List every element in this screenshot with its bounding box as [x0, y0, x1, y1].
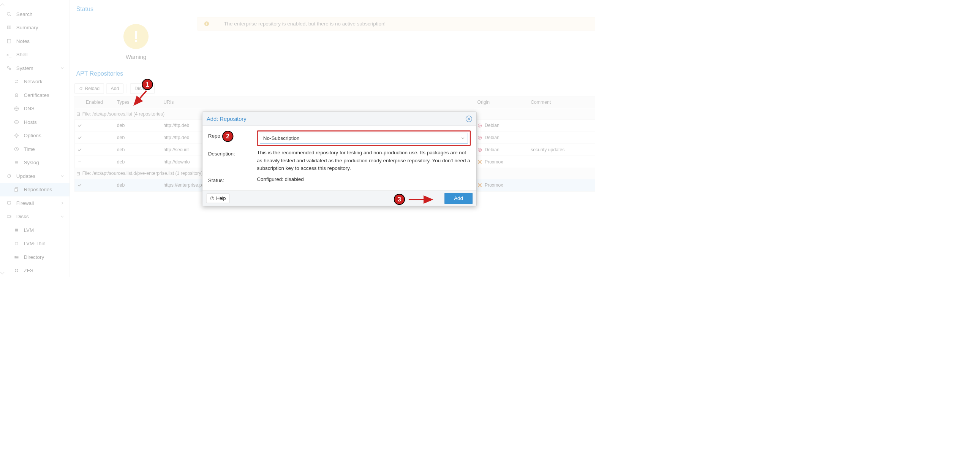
- chevron-icon: [61, 174, 64, 178]
- svg-rect-10: [15, 188, 18, 192]
- refresh-icon: [6, 173, 13, 179]
- sidebar-item-time[interactable]: Time: [0, 142, 70, 156]
- sidebar-item-repositories[interactable]: Repositories: [0, 183, 70, 196]
- refresh-icon: [79, 86, 83, 91]
- warning-banner: i The enterprise repository is enabled, …: [197, 17, 595, 30]
- col-comment[interactable]: Comment: [528, 100, 595, 105]
- chevron-icon: [61, 67, 64, 70]
- search-icon: [6, 11, 13, 17]
- square-icon: [13, 227, 20, 233]
- disk-icon: [6, 214, 13, 220]
- gears-icon: [6, 65, 13, 71]
- help-button[interactable]: ? Help: [206, 193, 230, 203]
- modal-add-button[interactable]: Add: [444, 193, 473, 204]
- svg-point-22: [479, 137, 480, 138]
- sidebar-item-syslog[interactable]: Syslog: [0, 156, 70, 169]
- sidebar-item-system[interactable]: System: [0, 62, 70, 75]
- sidebar-item-label: Disks: [16, 214, 29, 220]
- files-icon: [13, 187, 20, 193]
- sidebar-item-label: Firewall: [16, 200, 34, 206]
- sidebar-item-lvm[interactable]: LVM: [0, 223, 70, 237]
- modal-body: Repo No-Subscription Description: This i…: [202, 126, 476, 190]
- chevron-icon: [61, 201, 64, 205]
- sidebar-item-shell[interactable]: >_Shell: [0, 48, 70, 61]
- types-cell: deb: [114, 135, 160, 140]
- warning-panel: ! Warning: [75, 17, 197, 61]
- warning-banner-text: The enterprise repository is enabled, bu…: [224, 21, 385, 27]
- sidebar-item-updates[interactable]: Updates: [0, 169, 70, 183]
- svg-point-4: [16, 94, 18, 96]
- origin-cell: Debian: [474, 123, 528, 128]
- info-icon: i: [204, 21, 209, 26]
- status-heading: Status: [75, 0, 595, 17]
- book-icon: [6, 25, 13, 31]
- sidebar-item-summary[interactable]: Summary: [0, 21, 70, 34]
- status-value: Configured: disabled: [257, 175, 471, 183]
- list-icon: [13, 160, 20, 166]
- sidebar-item-label: Time: [24, 146, 35, 152]
- col-enabled[interactable]: Enabled: [75, 100, 114, 105]
- sidebar-item-label: Search: [16, 11, 33, 17]
- svg-point-23: [478, 148, 482, 151]
- svg-point-2: [7, 67, 9, 68]
- annotation-arrow-3: [406, 195, 437, 204]
- sidebar-item-hosts[interactable]: Hosts: [0, 116, 70, 129]
- sidebar-item-directory[interactable]: Directory: [0, 251, 70, 264]
- repository-select[interactable]: No-Subscription: [260, 132, 468, 143]
- sidebar-item-network[interactable]: Network: [0, 75, 70, 88]
- chevron-icon: [61, 215, 64, 218]
- svg-point-0: [7, 12, 10, 15]
- square-o-icon: [13, 241, 20, 247]
- sidebar-item-options[interactable]: Options: [0, 129, 70, 142]
- annotation-callout-2: 2: [222, 131, 233, 142]
- reload-button[interactable]: Reload: [75, 83, 104, 94]
- enabled-cell: [75, 160, 114, 164]
- sidebar-item-search[interactable]: Search: [0, 8, 70, 21]
- sidebar-collapse-up[interactable]: [0, 2, 70, 8]
- repository-selected-value: No-Subscription: [263, 135, 300, 141]
- enabled-cell: [75, 147, 114, 152]
- add-button[interactable]: Add: [107, 83, 123, 94]
- comment-cell: security updates: [528, 147, 595, 152]
- globe-icon: [13, 119, 20, 125]
- svg-point-12: [10, 216, 11, 217]
- sidebar-item-firewall[interactable]: Firewall: [0, 196, 70, 210]
- warning-icon: !: [123, 24, 148, 49]
- swap-icon: [13, 79, 20, 85]
- help-icon: ?: [210, 196, 214, 200]
- enabled-cell: [75, 183, 114, 187]
- annotation-arrow-1: [130, 89, 151, 110]
- sidebar-expand-down[interactable]: [0, 270, 70, 276]
- clock-icon: [13, 146, 20, 152]
- origin-cell: Proxmox: [474, 182, 528, 188]
- sidebar-item-label: System: [16, 65, 33, 71]
- sidebar-item-label: Syslog: [24, 160, 39, 166]
- sidebar-item-notes[interactable]: Notes: [0, 35, 70, 48]
- sidebar-item-certificates[interactable]: Certificates: [0, 89, 70, 102]
- svg-text:?: ?: [212, 197, 213, 199]
- table-header: Enabled Types URIs Origin Comment: [75, 96, 595, 109]
- folder-icon: [13, 254, 20, 260]
- gear-icon: [13, 132, 20, 139]
- apt-heading: APT Repositories: [75, 67, 595, 81]
- sidebar-item-dns[interactable]: DNS: [0, 102, 70, 115]
- svg-point-20: [479, 124, 480, 126]
- terminal-icon: >_: [6, 52, 13, 58]
- origin-cell: Debian: [474, 147, 528, 152]
- sidebar-item-label: Options: [24, 132, 41, 139]
- col-uris[interactable]: URIs: [161, 100, 323, 105]
- col-origin[interactable]: Origin: [474, 100, 528, 105]
- close-icon[interactable]: [466, 116, 472, 122]
- types-cell: deb: [114, 182, 160, 188]
- chevron-down-icon: [461, 137, 465, 139]
- svg-point-21: [478, 136, 482, 139]
- sidebar-item-label: Network: [24, 79, 42, 85]
- annotation-callout-3: 3: [394, 194, 405, 205]
- svg-point-24: [479, 149, 480, 150]
- sidebar-item-label: LVM: [24, 227, 34, 233]
- sidebar-item-disks[interactable]: Disks: [0, 210, 70, 223]
- modal-header: Add: Repository: [202, 112, 476, 126]
- collapse-icon: ⊟: [76, 111, 80, 116]
- svg-point-7: [16, 135, 17, 136]
- sidebar-item-lvm-thin[interactable]: LVM-Thin: [0, 237, 70, 250]
